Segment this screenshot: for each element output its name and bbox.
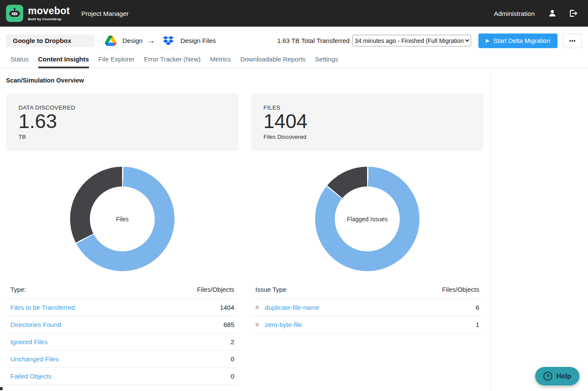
administration-link[interactable]: Administration — [494, 10, 535, 17]
stat-sub: Files Discovered — [263, 134, 471, 140]
row-value: 0 — [231, 355, 234, 363]
stat-value: 1.63 — [18, 111, 226, 132]
table-row: Failed Objects 0 — [6, 368, 239, 385]
row-value: 685 — [224, 321, 234, 328]
files-chart-block: Files — [6, 167, 239, 271]
robot-icon — [7, 6, 22, 21]
table-row: duplicate-file-name 6 — [251, 299, 484, 316]
tab-content-insights[interactable]: Content Insights — [38, 55, 89, 68]
brand-name: movebot — [28, 6, 70, 16]
row-link[interactable]: Directories Found — [10, 321, 61, 328]
files-donut-chart[interactable]: Files — [70, 167, 175, 271]
total-transferred: 1.63 TB Total Transferred — [277, 37, 350, 44]
donut-center-label: Files — [116, 216, 129, 223]
user-icon[interactable] — [548, 9, 557, 18]
column-header-issue-type: Issue Type — [255, 286, 286, 293]
donut-hole: Files — [90, 186, 155, 251]
source-provider-box[interactable] — [102, 33, 119, 49]
table-header: Type: Files/Objects — [6, 282, 239, 299]
tab-settings[interactable]: Settings — [315, 55, 338, 68]
bullet-dot-icon — [255, 323, 259, 327]
start-button-label: Start Delta Migration — [493, 37, 550, 44]
help-button[interactable]: ? Help — [535, 367, 579, 385]
help-label: Help — [556, 373, 571, 380]
tab-downloadable-reports[interactable]: Downloadable Reports — [240, 55, 306, 68]
row-link[interactable]: Files to be Transferred — [10, 304, 75, 311]
start-delta-migration-button[interactable]: ▶ Start Delta Migration — [478, 34, 557, 48]
question-circle-icon: ? — [543, 372, 552, 381]
stat-sub: TB — [18, 134, 226, 140]
stat-card-data-discovered: DATA DISCOVERED 1.63 TB — [6, 94, 239, 151]
tab-metrics[interactable]: Metrics — [210, 55, 231, 68]
transfer-connector: Design → Design Files — [102, 33, 216, 49]
charts-row: Files Flagged Issues — [6, 167, 484, 271]
donut-center-label: Flagged Issues — [347, 216, 388, 223]
row-value: 1404 — [220, 304, 234, 311]
row-value: 1 — [476, 321, 479, 328]
content-pane: Scan/Simulation Overview DATA DISCOVERED… — [0, 68, 490, 391]
project-toolbar: Google to Dropbox Design → Design F — [0, 27, 588, 55]
right-empty-pane — [490, 68, 588, 391]
row-value: 2 — [231, 338, 234, 345]
top-header: movebot Built by Couchdrop Project Manag… — [0, 0, 588, 27]
more-options-button[interactable]: ••• — [563, 34, 582, 48]
project-name-chip[interactable]: Google to Dropbox — [6, 34, 95, 47]
stat-value: 1404 — [263, 111, 471, 132]
movebot-logo[interactable] — [6, 5, 23, 22]
table-header: Issue Type Files/Objects — [251, 282, 484, 299]
run-history-select[interactable]: 34 minutes ago - Finished (Full Migratio… — [352, 35, 471, 46]
google-drive-icon — [105, 36, 116, 46]
column-header-type: Type: — [10, 286, 26, 293]
row-value: 6 — [476, 304, 479, 311]
logout-icon[interactable] — [568, 9, 578, 18]
tab-bar: Status Content Insights File Explorer Er… — [0, 55, 588, 68]
play-icon: ▶ — [486, 38, 489, 43]
tables-row: Type: Files/Objects Files to be Transfer… — [6, 282, 484, 385]
column-header-files-objects: Files/Objects — [442, 286, 479, 293]
brand-text: movebot Built by Couchdrop — [28, 6, 70, 21]
stat-card-files: FILES 1404 Files Discovered — [251, 94, 484, 151]
brand-tagline: Built by Couchdrop — [28, 17, 70, 21]
table-row: Directories Found 685 — [6, 316, 239, 333]
issues-table: Issue Type Files/Objects duplicate-file-… — [251, 282, 484, 385]
table-row: Files to be Transferred 1404 — [6, 299, 239, 316]
table-row: Ignored Files 2 — [6, 333, 239, 351]
bullet-dot-icon — [255, 305, 259, 309]
issue-label: zero-byte-file — [265, 321, 302, 328]
page-title: Project Manager — [81, 10, 129, 17]
files-table: Type: Files/Objects Files to be Transfer… — [6, 282, 239, 385]
issue-label: duplicate-file-name — [265, 304, 319, 311]
source-name: Design — [122, 37, 143, 44]
destination-provider-box[interactable] — [160, 33, 177, 49]
main-area: Scan/Simulation Overview DATA DISCOVERED… — [0, 68, 588, 391]
destination-name: Design Files — [181, 37, 216, 44]
table-row: zero-byte-file 1 — [251, 316, 484, 333]
dropbox-icon — [162, 35, 174, 46]
tab-status[interactable]: Status — [10, 55, 29, 68]
row-value: 0 — [231, 373, 234, 380]
row-link[interactable]: Failed Objects — [10, 373, 52, 380]
row-link[interactable]: Unchanged Files — [10, 355, 59, 363]
toolbar-right: 1.63 TB Total Transferred 34 minutes ago… — [277, 34, 582, 48]
row-link[interactable]: duplicate-file-name — [255, 304, 319, 311]
donut-hole: Flagged Issues — [335, 186, 400, 251]
corner-artifact — [0, 387, 3, 390]
stats-row: DATA DISCOVERED 1.63 TB FILES 1404 Files… — [6, 94, 484, 151]
table-row: Unchanged Files 0 — [6, 351, 239, 368]
tab-error-tracker[interactable]: Error Tracker (New) — [144, 55, 201, 68]
section-heading: Scan/Simulation Overview — [6, 77, 484, 84]
tab-file-explorer[interactable]: File Explorer — [98, 55, 135, 68]
flagged-issues-donut-chart[interactable]: Flagged Issues — [315, 167, 420, 271]
page: movebot Built by Couchdrop Project Manag… — [0, 0, 588, 391]
arrow-right-icon: → — [148, 37, 155, 45]
row-link[interactable]: Ignored Files — [10, 338, 48, 345]
row-link[interactable]: zero-byte-file — [255, 321, 302, 328]
column-header-files-objects: Files/Objects — [197, 286, 234, 293]
flagged-issues-chart-block: Flagged Issues — [251, 167, 484, 271]
